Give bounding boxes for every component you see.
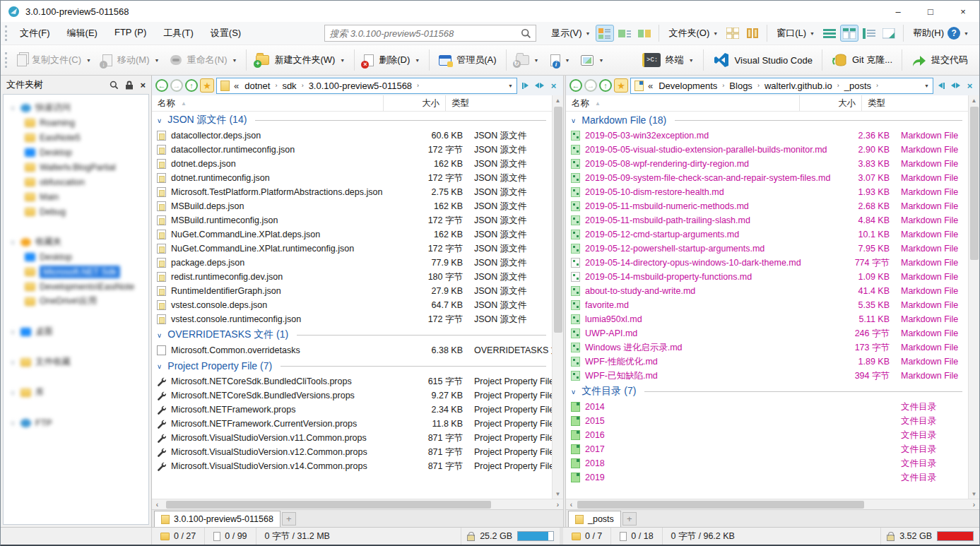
- pane-swap-button[interactable]: [950, 80, 962, 92]
- sidebar-item[interactable]: Desktop: [4, 249, 148, 264]
- left-horizontal-scrollbar[interactable]: ‹›: [152, 499, 563, 509]
- menu-item-4[interactable]: 设置(S): [202, 23, 249, 43]
- file-row[interactable]: 2019-05-08-wpf-rendering-dirty-region.md…: [566, 157, 979, 171]
- file-row[interactable]: NuGet.CommandLine.XPlat.deps.json162 KBJ…: [152, 227, 563, 242]
- view-pair-button[interactable]: [635, 25, 654, 42]
- folder-tree[interactable]: ∨快速访问RoamingEasiNote5DesktopWalterlv.Blo…: [3, 94, 149, 525]
- file-row[interactable]: 2019-05-14-directory-opus-windows-10-dar…: [566, 256, 979, 270]
- file-row[interactable]: WPF-性能优化.md1.89 KBMarkdown File: [566, 355, 979, 369]
- up-button[interactable]: ↑: [599, 79, 612, 92]
- sidebar-item[interactable]: ∨快速访问: [4, 100, 148, 115]
- file-row[interactable]: UWP-API.md246 字节Markdown File: [566, 326, 979, 340]
- menu-item-1[interactable]: 编辑(E): [59, 23, 106, 43]
- file-row[interactable]: NuGet.CommandLine.XPlat.runtimeconfig.js…: [152, 242, 563, 256]
- file-row[interactable]: favorite.md5.35 KBMarkdown File: [566, 298, 979, 312]
- sidebar-item[interactable]: ∨桌面: [4, 324, 148, 339]
- move-button[interactable]: ↓移动(M)▼: [97, 50, 165, 70]
- left-add-tab-button[interactable]: +: [282, 512, 296, 526]
- file-row[interactable]: 2019-05-14-msbuild-property-functions.md…: [566, 270, 979, 284]
- file-info-button[interactable]: i▼: [545, 51, 576, 70]
- file-row[interactable]: MSBuild.runtimeconfig.json172 字节JSON 源文件: [152, 213, 563, 227]
- right-tab[interactable]: _posts: [568, 511, 621, 527]
- left-breadcrumb[interactable]: «dotnet›sdk›3.0.100-preview5-011568›▼: [216, 78, 517, 94]
- menu-item-0[interactable]: 文件(F): [11, 23, 59, 43]
- breadcrumb-segment[interactable]: 3.0.100-preview5-011568: [309, 81, 412, 91]
- chevron-down-icon[interactable]: ▼: [924, 83, 929, 88]
- menu-item-2[interactable]: FTP (P): [106, 23, 155, 43]
- pane-close-button[interactable]: ×: [964, 80, 976, 92]
- sidebar-item[interactable]: Desktop: [4, 145, 148, 160]
- window-list-button[interactable]: [860, 25, 878, 42]
- forward-button[interactable]: →: [170, 79, 183, 92]
- view-menu[interactable]: 显示(V)▼: [546, 27, 595, 40]
- file-row[interactable]: Microsoft.TestPlatform.PlatformAbstracti…: [152, 185, 563, 199]
- file-row[interactable]: 2019-05-05-visual-studio-extension-paral…: [566, 143, 979, 157]
- file-row[interactable]: 2015文件目录: [566, 414, 979, 428]
- file-row[interactable]: 2019-05-11-msbuild-numeric-methods.md2.6…: [566, 199, 979, 213]
- sidebar-item[interactable]: Debug: [4, 204, 148, 219]
- file-row[interactable]: datacollector.deps.json60.6 KBJSON 源文件: [152, 129, 563, 143]
- sidebar-item[interactable]: ∨收藏夹: [4, 235, 148, 249]
- tree-search-icon[interactable]: [110, 81, 119, 90]
- sidebar-item[interactable]: OneDrive\应用: [4, 294, 148, 309]
- column-name[interactable]: 名称▲: [566, 95, 800, 111]
- file-row[interactable]: vstest.console.runtimeconfig.json172 字节J…: [152, 312, 563, 326]
- right-vertical-scrollbar[interactable]: ▲▼: [968, 95, 979, 499]
- sidebar-item[interactable]: Walterlv.BlogPartial: [4, 160, 148, 174]
- file-row[interactable]: 2018文件目录: [566, 456, 979, 470]
- toolbar-grip[interactable]: [5, 52, 7, 68]
- column-name[interactable]: 名称▲: [152, 95, 384, 111]
- group-header[interactable]: ∨文件目录 (7): [566, 383, 979, 400]
- sidebar-item[interactable]: EasiNote5: [4, 130, 148, 145]
- right-horizontal-scrollbar[interactable]: ‹›: [566, 499, 979, 509]
- file-row[interactable]: dotnet.runtimeconfig.json172 字节JSON 源文件: [152, 171, 563, 185]
- column-type[interactable]: 类型: [446, 95, 552, 111]
- favorite-star-button[interactable]: ★: [614, 78, 628, 93]
- window-split-button[interactable]: [840, 25, 858, 42]
- breadcrumb-segment[interactable]: walterlv.github.io: [764, 81, 832, 91]
- sidebar-item[interactable]: Main: [4, 189, 148, 204]
- file-row[interactable]: 2019-05-10-dism-restore-health.md1.93 KB…: [566, 185, 979, 199]
- toolbar-grip[interactable]: [5, 25, 7, 41]
- sidebar-item[interactable]: obfuscation: [4, 174, 148, 189]
- file-row[interactable]: 2019-05-09-system-file-check-scan-and-re…: [566, 171, 979, 185]
- pane-maximize-button[interactable]: [935, 80, 947, 92]
- file-row[interactable]: 2019文件目录: [566, 470, 979, 485]
- folder-sync-button[interactable]: ↻▼: [510, 52, 545, 69]
- folders-dual-button[interactable]: [743, 25, 762, 42]
- left-tab[interactable]: 3.0.100-preview5-011568: [154, 511, 281, 527]
- breadcrumb-segment[interactable]: Blogs: [729, 81, 752, 91]
- file-row[interactable]: MSBuild.deps.json162 KBJSON 源文件: [152, 199, 563, 213]
- file-row[interactable]: Microsoft.NETFramework.CurrentVersion.pr…: [152, 417, 563, 431]
- file-row[interactable]: 2019-05-11-msbuild-path-trailing-slash.m…: [566, 213, 979, 227]
- window-preview-button[interactable]: [880, 25, 898, 42]
- file-row[interactable]: Microsoft.VisualStudioVersion.v14.Common…: [152, 459, 563, 473]
- commit-code-button[interactable]: 提交代码: [906, 50, 974, 71]
- back-button[interactable]: ←: [155, 79, 168, 92]
- sidebar-item[interactable]: Roaming: [4, 115, 148, 130]
- file-row[interactable]: WPF-已知缺陷.md394 字节Markdown File: [566, 369, 979, 383]
- sidebar-item[interactable]: ∨文件收藏: [4, 355, 148, 369]
- sidebar-item[interactable]: ∨FTP: [4, 415, 148, 430]
- favorite-star-button[interactable]: ★: [200, 78, 214, 93]
- search-icon[interactable]: [521, 28, 531, 39]
- delete-button[interactable]: ×删除(D)▼: [358, 50, 425, 70]
- group-header[interactable]: ∨Project Property File (7): [152, 357, 563, 374]
- breadcrumb-segment[interactable]: sdk: [282, 81, 296, 91]
- group-header[interactable]: ∨JSON 源文件 (14): [152, 112, 563, 129]
- maximize-button[interactable]: □: [914, 1, 947, 22]
- help-menu[interactable]: 帮助(H) ? ▼: [908, 27, 974, 40]
- group-header[interactable]: ∨OVERRIDETASKS 文件 (1): [152, 326, 563, 343]
- file-row[interactable]: redist.runtimeconfig.dev.json180 字节JSON …: [152, 270, 563, 284]
- menu-item-3[interactable]: 工具(T): [155, 23, 202, 43]
- pane-swap-button[interactable]: [533, 80, 545, 92]
- forward-button[interactable]: →: [584, 79, 597, 92]
- pane-maximize-button[interactable]: [519, 80, 531, 92]
- expander-icon[interactable]: ∨: [9, 359, 16, 366]
- admin-button[interactable]: 管理员(A): [433, 50, 502, 70]
- breadcrumb-segment[interactable]: Developments: [659, 81, 717, 91]
- right-add-tab-button[interactable]: +: [622, 512, 637, 526]
- file-row[interactable]: dotnet.deps.json162 KBJSON 源文件: [152, 157, 563, 171]
- display-settings-button[interactable]: ▼: [575, 52, 609, 69]
- sidebar-item[interactable]: Developments\EasiNote: [4, 279, 148, 294]
